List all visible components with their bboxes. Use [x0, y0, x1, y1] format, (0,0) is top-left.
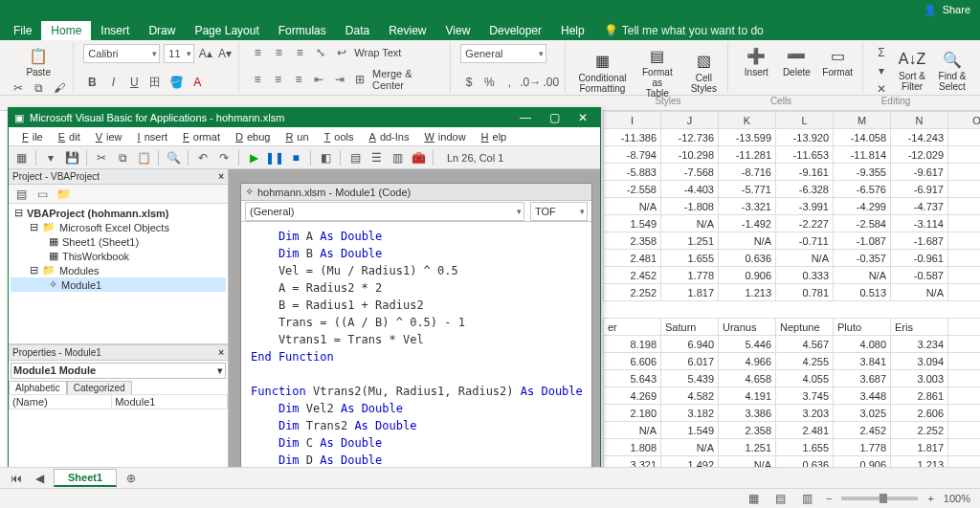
paste-button[interactable]: 📋 Paste: [10, 44, 67, 79]
page-layout-view-icon[interactable]: ▤: [772, 490, 790, 494]
align-right-icon[interactable]: ≡: [290, 71, 306, 88]
currency-icon[interactable]: $: [460, 74, 477, 91]
decrease-font-icon[interactable]: A▾: [217, 45, 233, 62]
clear-icon[interactable]: ✕: [873, 80, 890, 98]
tree-minus-icon[interactable]: ⊟: [30, 264, 38, 276]
vba-menu-file[interactable]: File: [14, 129, 47, 144]
vba-menu-edit[interactable]: Edit: [51, 129, 84, 144]
table-row[interactable]: N/A-1.808-3.321-3.991-4.299-4.737: [604, 198, 981, 215]
copy-icon[interactable]: ⧉: [114, 149, 131, 166]
decrease-decimal-icon[interactable]: .00: [543, 74, 559, 91]
find-icon[interactable]: 🔍: [165, 149, 182, 166]
props-close-icon[interactable]: ×: [218, 347, 224, 358]
insert-dropdown-icon[interactable]: ▾: [42, 149, 59, 166]
view-code-icon[interactable]: ▤: [12, 186, 30, 203]
tree-thisworkbook[interactable]: ThisWorkbook: [62, 251, 129, 262]
number-format-combo[interactable]: General: [460, 44, 546, 63]
view-object-icon[interactable]: ▭: [33, 186, 51, 203]
project-close-icon[interactable]: ×: [218, 171, 224, 182]
cut-icon[interactable]: ✂: [93, 149, 110, 166]
view-excel-icon[interactable]: ▦: [12, 149, 30, 166]
toggle-folders-icon[interactable]: 📁: [55, 186, 72, 203]
table-row[interactable]: 8.1986.9405.4464.5674.0803.234: [604, 336, 981, 353]
normal-view-icon[interactable]: ▦: [746, 490, 763, 494]
font-name-combo[interactable]: Calibri: [83, 44, 160, 63]
ribbon-tab-help[interactable]: Help: [551, 21, 594, 40]
ribbon-tab-formulas[interactable]: Formulas: [269, 21, 336, 40]
vba-menu-view[interactable]: View: [88, 129, 126, 144]
vba-menu-insert[interactable]: Insert: [130, 129, 172, 144]
ribbon-tab-insert[interactable]: Insert: [91, 21, 139, 40]
table-row[interactable]: N/A1.5492.3582.4812.4522.252: [604, 422, 981, 439]
delete-cells-button[interactable]: ➖Delete: [778, 44, 814, 79]
table-row[interactable]: 2.1803.1823.3863.2033.0252.606: [604, 405, 981, 422]
align-middle-icon[interactable]: ≡: [270, 44, 287, 61]
col-header[interactable]: I: [604, 112, 661, 129]
ribbon-tab-developer[interactable]: Developer: [479, 21, 551, 40]
project-root[interactable]: VBAProject (hohmann.xlsm): [27, 208, 169, 219]
tree-module1[interactable]: Module1: [61, 279, 101, 291]
paste-icon[interactable]: 📋: [135, 149, 152, 166]
col-header[interactable]: J: [661, 112, 719, 129]
vba-menu-window[interactable]: Window: [416, 129, 469, 144]
vba-menu-addins[interactable]: Add-Ins: [362, 129, 413, 144]
merge-icon[interactable]: ⊞: [352, 71, 368, 88]
font-color-button[interactable]: A: [189, 74, 206, 91]
ribbon-tab-review[interactable]: Review: [379, 21, 435, 40]
table-row[interactable]: 1.808N/A1.2511.6551.7781.817: [604, 439, 981, 456]
col-header[interactable]: M: [834, 112, 891, 129]
project-explorer-icon[interactable]: ▤: [346, 149, 364, 166]
vba-menu-help[interactable]: Help: [474, 129, 511, 144]
vba-titlebar[interactable]: ▣ Microsoft Visual Basic for Application…: [9, 108, 600, 127]
cell-styles-button[interactable]: ▧Cell Styles: [685, 50, 722, 96]
zoom-level[interactable]: 100%: [944, 493, 970, 494]
table-row[interactable]: -11.386-12.736-13.599-13.920-14.058-14.2…: [604, 129, 981, 146]
run-icon[interactable]: ▶: [245, 149, 262, 166]
table-row[interactable]: 4.2694.5824.1913.7453.4482.861: [604, 387, 981, 405]
bold-button[interactable]: B: [83, 74, 100, 91]
toolbox-icon[interactable]: 🧰: [410, 149, 427, 166]
align-center-icon[interactable]: ≡: [270, 71, 286, 88]
ribbon-tab-view[interactable]: View: [436, 21, 480, 40]
page-break-view-icon[interactable]: ▥: [799, 490, 816, 494]
zoom-out-icon[interactable]: −: [826, 493, 832, 494]
ribbon-tab-draw[interactable]: Draw: [139, 21, 185, 40]
tree-excel-objects[interactable]: Microsoft Excel Objects: [59, 222, 169, 233]
table-row[interactable]: 5.6435.4394.6584.0553.6873.003: [604, 370, 981, 387]
font-size-combo[interactable]: 11: [164, 44, 193, 63]
increase-font-icon[interactable]: A▴: [198, 45, 213, 62]
find-select-button[interactable]: 🔍Find & Select: [934, 48, 970, 94]
tree-modules[interactable]: Modules: [59, 265, 100, 276]
tree-sheet1[interactable]: Sheet1 (Sheet1): [62, 236, 139, 248]
percent-icon[interactable]: %: [481, 74, 498, 91]
project-tree[interactable]: ⊟VBAProject (hohmann.xlsm) ⊟📁Microsoft E…: [9, 204, 228, 343]
indent-dec-icon[interactable]: ⇤: [311, 71, 327, 88]
copy-icon[interactable]: ⧉: [30, 79, 46, 97]
zoom-in-icon[interactable]: +: [927, 493, 933, 494]
sort-filter-button[interactable]: A↓ZSort & Filter: [894, 48, 930, 94]
table-row[interactable]: erSaturnUranusNeptunePlutoEris: [604, 319, 981, 336]
minimize-icon[interactable]: ―: [514, 110, 537, 125]
code-editor[interactable]: Dim A As Double Dim B As Double Vel = (M…: [241, 222, 591, 471]
design-mode-icon[interactable]: ◧: [317, 149, 334, 166]
properties-icon[interactable]: ☰: [368, 149, 385, 166]
italic-button[interactable]: I: [104, 74, 122, 91]
ribbon-tab-home[interactable]: Home: [41, 21, 91, 40]
worksheet-grid[interactable]: IJKLMNO-11.386-12.736-13.599-13.920-14.0…: [603, 111, 980, 474]
format-painter-icon[interactable]: 🖌: [51, 79, 67, 97]
align-left-icon[interactable]: ≡: [249, 71, 265, 88]
table-row[interactable]: 2.3581.251N/A-0.711-1.087-1.687: [604, 232, 981, 250]
col-header[interactable]: L: [776, 112, 834, 129]
props-name-value[interactable]: Module1: [112, 395, 228, 409]
ribbon-tab-data[interactable]: Data: [336, 21, 379, 40]
undo-icon[interactable]: ↶: [194, 149, 212, 166]
cut-icon[interactable]: ✂: [10, 79, 26, 97]
props-tab-categorized[interactable]: Categorized: [67, 381, 132, 394]
table-row[interactable]: 2.4811.6550.636N/A-0.357-0.961: [604, 250, 981, 267]
conditional-formatting-button[interactable]: ▦Conditional Formatting: [575, 50, 629, 96]
table-row[interactable]: 6.6066.0174.9664.2553.8413.094: [604, 353, 981, 370]
vba-menu-format[interactable]: Format: [175, 129, 224, 144]
props-object-combo[interactable]: Module1 Module▾: [11, 363, 226, 379]
break-icon[interactable]: ❚❚: [266, 149, 283, 166]
underline-button[interactable]: U: [125, 74, 143, 91]
